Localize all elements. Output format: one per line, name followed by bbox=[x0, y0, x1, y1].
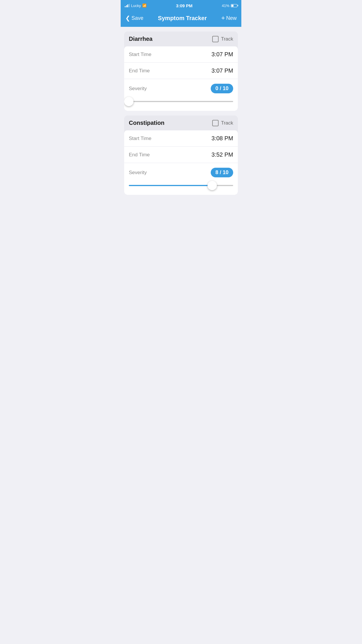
back-label: Save bbox=[131, 15, 143, 21]
signal-bar-4 bbox=[129, 4, 130, 7]
constipation-severity-badge: 8 / 10 bbox=[211, 168, 233, 177]
carrier-name: Lucky bbox=[131, 4, 141, 8]
signal-bars-icon bbox=[125, 4, 130, 7]
constipation-title: Constipation bbox=[129, 120, 164, 126]
constipation-header: Constipation Track bbox=[124, 116, 238, 130]
diarrhea-severity-label: Severity bbox=[129, 86, 147, 92]
diarrhea-header: Diarrhea Track bbox=[124, 32, 238, 46]
status-left: Lucky 📶 bbox=[125, 4, 147, 8]
new-button[interactable]: + New bbox=[221, 15, 237, 21]
diarrhea-track-checkbox[interactable] bbox=[212, 36, 219, 42]
back-chevron-icon: ❮ bbox=[125, 15, 130, 22]
diarrhea-card: Diarrhea Track Start Time 3:07 PM End Ti… bbox=[124, 32, 238, 111]
signal-bar-3 bbox=[127, 4, 128, 7]
diarrhea-end-time-row: End Time 3:07 PM bbox=[124, 63, 238, 79]
page-title: Symptom Tracker bbox=[158, 15, 207, 22]
constipation-start-time-value: 3:08 PM bbox=[212, 135, 233, 142]
constipation-end-time-row: End Time 3:52 PM bbox=[124, 147, 238, 163]
wifi-icon: 📶 bbox=[142, 4, 147, 8]
plus-icon: + bbox=[221, 15, 225, 21]
nav-bar: ❮ Save Symptom Tracker + New bbox=[121, 10, 241, 27]
constipation-card: Constipation Track Start Time 3:08 PM En… bbox=[124, 116, 238, 195]
new-label: New bbox=[226, 15, 237, 21]
diarrhea-start-time-label: Start Time bbox=[129, 52, 151, 57]
main-content: Diarrhea Track Start Time 3:07 PM End Ti… bbox=[121, 27, 241, 200]
diarrhea-slider-container bbox=[124, 96, 238, 111]
constipation-details: Start Time 3:08 PM End Time 3:52 PM Seve… bbox=[124, 130, 238, 195]
diarrhea-start-time-row: Start Time 3:07 PM bbox=[124, 46, 238, 63]
constipation-track-label: Track bbox=[221, 120, 233, 126]
constipation-start-time-row: Start Time 3:08 PM bbox=[124, 130, 238, 147]
constipation-end-time-label: End Time bbox=[129, 152, 150, 158]
diarrhea-title: Diarrhea bbox=[129, 36, 152, 42]
diarrhea-end-time-value: 3:07 PM bbox=[212, 67, 233, 74]
diarrhea-severity-badge: 0 / 10 bbox=[211, 84, 233, 93]
diarrhea-start-time-value: 3:07 PM bbox=[212, 51, 233, 58]
diarrhea-severity-row: Severity 0 / 10 bbox=[124, 79, 238, 96]
diarrhea-track-container[interactable]: Track bbox=[212, 36, 233, 42]
constipation-end-time-value: 3:52 PM bbox=[212, 151, 233, 158]
diarrhea-details: Start Time 3:07 PM End Time 3:07 PM Seve… bbox=[124, 46, 238, 111]
status-time: 3:09 PM bbox=[176, 3, 193, 8]
diarrhea-track-label: Track bbox=[221, 36, 233, 42]
constipation-start-time-label: Start Time bbox=[129, 136, 151, 141]
constipation-severity-label: Severity bbox=[129, 170, 147, 176]
constipation-track-container[interactable]: Track bbox=[212, 120, 233, 126]
status-bar: Lucky 📶 3:09 PM 41% bbox=[121, 0, 241, 10]
status-right: 41% bbox=[222, 4, 237, 8]
battery-percent: 41% bbox=[222, 4, 229, 8]
diarrhea-end-time-label: End Time bbox=[129, 68, 150, 74]
constipation-severity-row: Severity 8 / 10 bbox=[124, 163, 238, 180]
constipation-slider-container bbox=[124, 180, 238, 195]
signal-bar-1 bbox=[125, 6, 126, 7]
battery-icon bbox=[231, 4, 237, 7]
constipation-track-checkbox[interactable] bbox=[212, 120, 219, 126]
back-button[interactable]: ❮ Save bbox=[125, 15, 143, 22]
signal-bar-2 bbox=[126, 5, 127, 7]
